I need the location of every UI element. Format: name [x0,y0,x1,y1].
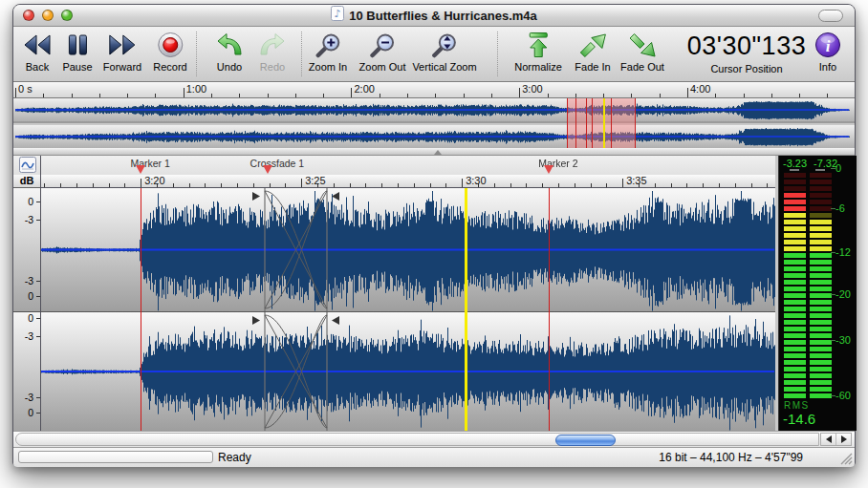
meter-led-segment [810,367,832,371]
toolbar-button-forward[interactable]: Forward [103,30,141,73]
toolbar-toggle-button[interactable] [818,10,843,22]
marker-line[interactable] [141,188,141,431]
toolbar-button-fade-in[interactable]: Fade In [575,30,610,73]
meter-led-segment [784,213,806,218]
meter-led-segment [810,273,832,278]
crossfade-left-handle-icon[interactable] [252,192,260,201]
scroll-right-button[interactable] [835,434,851,445]
overview-waveform-2-canvas[interactable] [13,125,855,148]
ruler-tick [771,94,772,97]
toolbar-button-redo[interactable]: Redo [259,30,286,73]
meter-led-segment [784,387,806,392]
ruler-tick [99,94,100,97]
audio-file-icon[interactable] [13,159,36,176]
marker-triangle-icon[interactable] [263,165,272,174]
app-window: ♪ 10 Butterflies & Hurricanes.m4a 03'30"… [12,4,856,467]
overview-marker-line[interactable] [592,98,593,148]
meter-scale-tick [831,395,835,396]
scrollbar-track[interactable] [15,433,819,446]
marker-bar[interactable]: Marker 1Crossfade 1Marker 2 [41,156,775,175]
peak-hold-mark [790,169,799,171]
meter-led-segment [810,300,832,305]
meter-led-segment [784,280,806,285]
toolbar-button-info[interactable]: iInfo [814,30,841,73]
toolbar-button-label: Fade Out [620,61,664,73]
scroll-left-button[interactable] [821,434,835,445]
marker-line[interactable] [549,188,550,431]
waveform-editor[interactable] [41,188,775,431]
crossfade-right-handle-icon[interactable] [332,316,339,325]
waveform-channel-1-canvas[interactable] [41,188,775,311]
ruler-tick [93,183,94,187]
fade-in-icon [578,30,607,60]
toolbar-button-zoom-in[interactable]: Zoom In [309,30,347,73]
right-arrow-icon [841,435,847,443]
resize-grip[interactable] [838,451,853,465]
progress-bar [18,451,213,463]
ruler-tick [173,183,174,187]
crossfade-region[interactable] [250,188,341,311]
ruler-tick [603,94,604,97]
crossfade-region[interactable] [250,312,341,431]
pause-icon [67,30,88,60]
ruler-tick [510,183,511,187]
toolbar-button-undo[interactable]: Undo [216,30,243,73]
waveform-channel-2-canvas[interactable] [41,312,775,431]
ruler-tick [548,94,549,97]
rms-value: -14.6 [783,411,815,427]
ruler-tick [491,94,492,97]
ruler-tick [72,94,73,97]
overview-channel-1[interactable] [13,98,855,123]
ruler-tick [703,183,704,187]
overview-marker-line[interactable] [575,98,576,148]
ruler-tick [735,183,736,187]
overview-marker-line[interactable] [611,98,612,148]
overview-timeline-ruler[interactable]: 0 s1:002:003:004:00 [13,82,855,98]
toolbar-button-label: Zoom In [309,61,347,73]
ruler-tick [414,183,415,187]
ruler-tick [398,183,399,187]
toolbar-button-pause[interactable]: Pause [62,30,92,73]
toolbar-button-label: Pause [62,61,92,73]
divider-grip-icon[interactable] [434,150,442,155]
waveform-channel-1[interactable] [41,188,775,312]
record-icon [157,30,184,60]
meter-led-segment [784,320,806,325]
toolbar-button-zoom-out[interactable]: Zoom Out [359,30,406,73]
meter-led-segment [784,206,806,211]
toolbar-button-record[interactable]: Record [153,30,186,73]
overview-marker-line[interactable] [586,98,587,148]
meter-led-segment [810,333,832,338]
main-timeline-ruler[interactable]: 3:203:253:303:35 [41,175,775,188]
ruler-tick [239,94,240,97]
overview-channel-2[interactable] [13,125,855,148]
overview-playback-cursor[interactable] [603,98,605,148]
overview-waveform-1-canvas[interactable] [13,98,855,121]
ruler-tick [494,183,495,187]
crossfade-right-handle-icon[interactable] [332,192,339,201]
playback-cursor[interactable] [465,188,467,431]
marker-triangle-icon[interactable] [544,165,553,174]
meter-led-segment [810,220,832,224]
meter-led-segment [810,320,832,325]
overview-pane: 0 s1:002:003:004:00 [13,82,855,148]
db-tick [36,296,40,297]
toolbar-button-normalize[interactable]: Normalize [514,30,562,73]
crossfade-left-handle-icon[interactable] [252,316,260,325]
toolbar-button-vertical-zoom[interactable]: Vertical Zoom [412,30,476,73]
meter-led-segment [784,200,806,204]
ruler-tick [237,183,238,187]
meter-led-segment [810,233,832,238]
scrollbar-thumb[interactable] [555,435,616,446]
meter-led-segment [810,266,832,271]
marker-triangle-icon[interactable] [136,165,145,174]
pane-divider[interactable] [13,148,855,156]
meter-led-segment [784,186,806,191]
ruler-tick [799,94,800,97]
toolbar-button-fade-out[interactable]: Fade Out [620,30,664,73]
titlebar[interactable]: ♪ 10 Butterflies & Hurricanes.m4a [13,5,855,27]
horizontal-scrollbar[interactable] [13,431,855,448]
waveform-channel-2[interactable] [41,312,775,431]
overview-selection[interactable] [567,98,636,148]
toolbar-button-back[interactable]: Back [23,30,52,73]
